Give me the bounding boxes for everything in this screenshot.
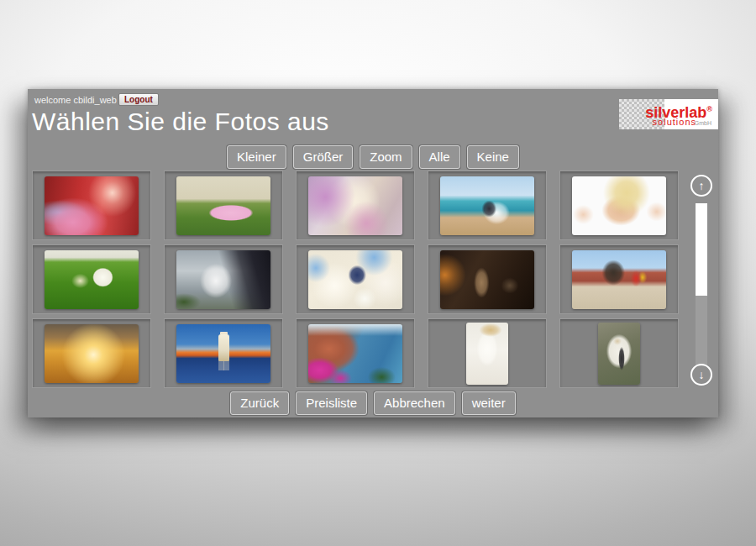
photo-thumbnail-shoes-grass[interactable] <box>45 250 139 309</box>
photo-cell <box>559 318 679 388</box>
photo-cell <box>296 171 415 240</box>
select-none-button[interactable]: Keine <box>467 145 519 169</box>
cancel-button[interactable]: Abbrechen <box>374 391 455 415</box>
photo-cell <box>164 244 283 314</box>
photo-selection-panel: welcome cbildi_web Logout Wählen Sie die… <box>28 89 718 417</box>
photo-thumbnail-wheat-sunset[interactable] <box>45 324 139 383</box>
photo-thumbnail-dark-room[interactable] <box>440 250 534 309</box>
zoom-button[interactable]: Zoom <box>360 145 412 169</box>
arrow-down-icon: ↓ <box>699 369 705 381</box>
photo-thumbnail-blossom-couple[interactable] <box>308 250 402 309</box>
photo-cell <box>296 244 415 314</box>
photo-thumbnail-maiden-tower[interactable] <box>176 324 270 383</box>
pricelist-button[interactable]: Preisliste <box>296 391 367 415</box>
photo-cell <box>428 171 547 240</box>
photo-thumbnail-dress-couple[interactable] <box>598 323 640 385</box>
size-toolbar: Kleiner Größer Zoom Alle Keine <box>28 145 718 169</box>
photo-thumbnail-pink-dress[interactable] <box>176 176 270 235</box>
photo-thumbnail-face-frame[interactable] <box>572 176 666 235</box>
photo-thumbnail-madrid-plaza[interactable] <box>572 250 666 309</box>
registered-mark: ® <box>706 105 712 113</box>
back-button[interactable]: Zurück <box>230 391 289 415</box>
scrollbar-thumb[interactable] <box>696 203 707 296</box>
welcome-text: welcome cbildi_web <box>34 95 117 105</box>
scroll-down-button[interactable]: ↓ <box>690 364 712 386</box>
photo-cell <box>32 318 151 388</box>
photo-thumbnail-coastal-village[interactable] <box>308 324 402 383</box>
photo-cell <box>32 244 151 314</box>
logo-suffix: GmbH <box>695 120 711 126</box>
photo-thumbnail-beach-wedding[interactable] <box>440 176 534 235</box>
larger-button[interactable]: Größer <box>293 145 354 169</box>
scroll-up-button[interactable]: ↑ <box>690 175 712 197</box>
photo-cell <box>428 244 547 314</box>
arrow-up-icon: ↑ <box>699 180 705 192</box>
photo-thumbnail-white-bride[interactable] <box>466 323 508 385</box>
photo-cell <box>428 318 547 388</box>
logo-sub: solutions <box>653 117 696 127</box>
next-button[interactable]: weiter <box>462 391 516 415</box>
smaller-button[interactable]: Kleiner <box>227 145 286 169</box>
navigation-toolbar: Zurück Preisliste Abbrechen weiter <box>28 391 718 415</box>
select-all-button[interactable]: Alle <box>419 145 460 169</box>
photo-cell <box>559 171 679 240</box>
photo-grid <box>32 171 679 388</box>
photo-cell <box>559 244 679 314</box>
silverlab-logo: silverlab® solutions GmbH <box>619 99 718 129</box>
logout-button[interactable]: Logout <box>118 93 159 106</box>
photo-cell <box>164 171 283 240</box>
photo-thumbnail-bride-flowers[interactable] <box>308 176 402 235</box>
photo-cell <box>32 171 151 240</box>
photo-cell <box>164 318 283 388</box>
scrollbar-track[interactable] <box>696 203 707 366</box>
photo-thumbnail-shopping[interactable] <box>45 176 139 235</box>
page-title: Wählen Sie die Fotos aus <box>32 108 329 136</box>
photo-thumbnail-veil-kiss[interactable] <box>176 250 270 309</box>
photo-cell <box>296 318 415 388</box>
